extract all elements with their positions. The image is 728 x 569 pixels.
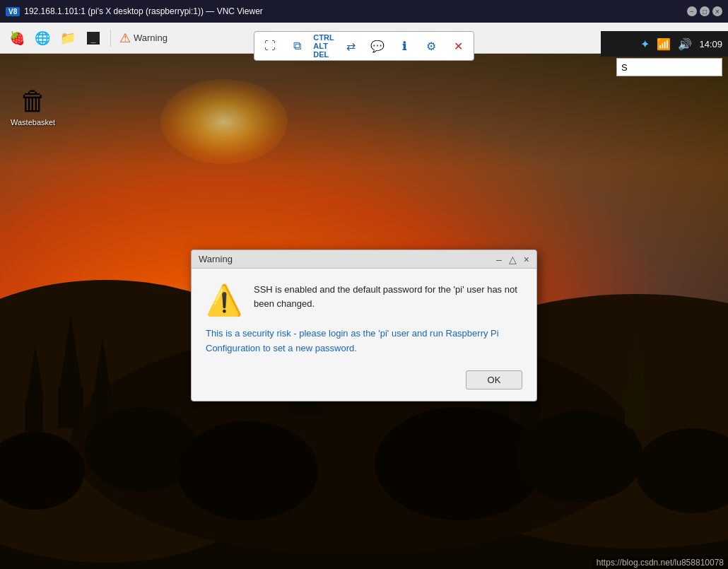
warning-indicator: ⚠ Warning [119,30,168,46]
dialog-minimize-btn[interactable]: – [496,254,502,264]
dialog-body: ⚠️ SSH is enabled and the default passwo… [192,269,536,401]
dialog-secondary-message: This is a security risk - please login a… [206,327,522,356]
settings-button[interactable]: ⚙ [418,33,444,59]
info-button[interactable]: ℹ [392,33,417,59]
desktop-background: 🗑 Wastebasket https://blog.csdn.net/lu85… [0,54,728,569]
raspberry-pi-icon[interactable]: 🍓 [6,27,28,49]
system-tray: ✦ 📶 🔊 14:09 [601,31,728,57]
transfer-button[interactable]: ⇄ [338,33,363,59]
search-box[interactable] [616,58,722,76]
wastebasket-icon[interactable]: 🗑 Wastebasket [11,86,55,127]
warning-dialog: Warning – △ × ⚠️ SSH is enabled and the … [191,250,537,401]
window-titlebar: V8 192.168.1.101:1 (pi's X desktop (rasp… [0,0,728,23]
dialog-maximize-btn[interactable]: △ [509,254,517,264]
terminal-icon[interactable]: _ [82,27,105,49]
warning-label: Warning [134,33,168,43]
ctrl-alt-del-button[interactable]: CTRLALTDEL [311,33,336,59]
wifi-icon[interactable]: 📶 [657,37,671,51]
svg-rect-7 [58,386,83,428]
vnc-toolbar: ⛶ ⧉ CTRLALTDEL ⇄ 💬 ℹ ⚙ ✕ [254,31,474,61]
svg-rect-11 [25,400,43,432]
window-title: 192.168.1.101:1 (pi's X desktop (raspber… [24,6,263,16]
vnc-logo: V8 [6,7,20,16]
dialog-close-btn[interactable]: × [524,254,529,264]
view-only-button[interactable]: ⧉ [284,33,310,59]
bluetooth-icon[interactable]: ✦ [640,37,650,51]
url-bar: https://blog.csdn.net/lu858810078 [592,556,728,569]
wastebasket-trash-icon: 🗑 [20,86,47,117]
wastebasket-label: Wastebasket [11,118,55,127]
toolbar-separator [110,30,111,47]
dialog-title: Warning [199,254,233,264]
desktop: 🗑 Wastebasket https://blog.csdn.net/lu85… [0,54,728,569]
ok-button[interactable]: OK [466,370,522,389]
close-button[interactable]: × [712,6,722,16]
url-text: https://blog.csdn.net/lu858810078 [597,558,724,568]
dialog-controls[interactable]: – △ × [496,254,529,264]
svg-point-19 [177,421,318,520]
svg-rect-17 [625,389,647,428]
warning-triangle-icon: ⚠ [119,30,131,46]
globe-icon[interactable]: 🌐 [31,27,54,49]
dialog-titlebar: Warning – △ × [192,250,536,269]
dialog-message-area: ⚠️ SSH is enabled and the default passwo… [206,283,522,315]
chat-button[interactable]: 💬 [365,33,390,59]
volume-icon[interactable]: 🔊 [678,37,692,51]
titlebar-left: V8 192.168.1.101:1 (pi's X desktop (rasp… [6,6,263,16]
window-controls[interactable]: − □ × [687,6,722,16]
maximize-button[interactable]: □ [700,6,710,16]
svg-point-21 [516,411,643,503]
vnc-close-button[interactable]: ✕ [445,33,471,59]
folder-icon[interactable]: 📁 [57,27,79,49]
fullscreen-button[interactable]: ⛶ [257,33,283,59]
search-input[interactable] [616,58,722,76]
dialog-footer: OK [206,370,522,389]
dialog-main-message: SSH is enabled and the default password … [254,283,522,310]
minimize-button[interactable]: − [687,6,697,16]
dialog-warning-icon: ⚠️ [206,286,242,315]
system-time: 14:09 [699,39,722,49]
